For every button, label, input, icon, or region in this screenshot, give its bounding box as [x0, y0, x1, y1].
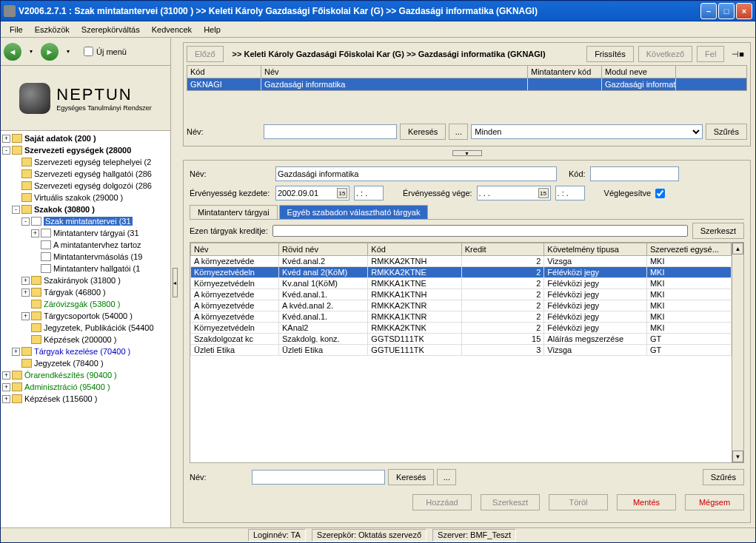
detail-name-input[interactable]: [275, 166, 557, 181]
search1-search-button[interactable]: Keresés: [400, 124, 446, 140]
table-row[interactable]: Szakdolgozat kcSzakdolg. konz.GGTSD111TK…: [191, 334, 732, 345]
tree-node[interactable]: Jegyzetek, Publikációk (54400: [2, 322, 169, 334]
tree-node[interactable]: +Adminisztráció (95400 ): [2, 381, 169, 393]
menu-tools[interactable]: Eszközök: [29, 24, 76, 36]
minimize-button[interactable]: –: [700, 3, 717, 19]
torol-button[interactable]: Töröl: [549, 494, 608, 510]
tree-node[interactable]: +Szakirányok (31800 ): [2, 274, 169, 286]
tree-node[interactable]: Virtuális szakok (29000 ): [2, 192, 169, 203]
column-header[interactable]: Kredit: [461, 243, 544, 256]
detail-grid[interactable]: NévRövid névKódKreditKövetelmény típusaS…: [190, 243, 732, 462]
tree-node[interactable]: +Tárgyak kezelése (70400 ): [2, 345, 169, 357]
column-header[interactable]: Név: [191, 243, 279, 256]
tree-node[interactable]: +Órarendkészítés (90400 ): [2, 369, 169, 381]
column-header[interactable]: Név: [261, 66, 528, 78]
tree-toggle-icon[interactable]: +: [31, 229, 39, 237]
nav-back-dropdown[interactable]: ▾: [27, 44, 35, 60]
tree-node[interactable]: Szervezeti egység telephelyei (2: [2, 156, 169, 168]
tree-node[interactable]: Mintatantervmásolás (19: [2, 251, 169, 263]
menu-file[interactable]: File: [4, 24, 29, 36]
table-row[interactable]: Üzleti EtikaÜzleti EtikaGGTUE111TK3Vizsg…: [191, 345, 732, 356]
detail-ervvege-date[interactable]: . . .15: [477, 186, 551, 200]
table-row[interactable]: A környezetvédeKvéd.anal.1.RMKKA1KTNR2Fé…: [191, 311, 732, 323]
tree-toggle-icon[interactable]: +: [2, 383, 10, 391]
refresh-button[interactable]: Frissítés: [586, 46, 634, 62]
tree-node[interactable]: Jegyzetek (78400 ): [2, 357, 169, 369]
detail-ervkezd-date[interactable]: 2002.09.0115: [275, 186, 349, 200]
tree-toggle-icon[interactable]: +: [2, 135, 10, 143]
megsem-button[interactable]: Mégsem: [685, 494, 744, 510]
column-header[interactable]: Rövid név: [279, 243, 368, 256]
search1-name-input[interactable]: [264, 124, 397, 139]
mentes-button[interactable]: Mentés: [617, 494, 676, 510]
tree-toggle-icon[interactable]: -: [2, 146, 10, 155]
maximize-button[interactable]: □: [718, 3, 735, 19]
tree-toggle-icon[interactable]: +: [2, 371, 10, 380]
table-row[interactable]: A környezetvédeKvéd.anal.1.RMKKA1KTNH2Fé…: [191, 289, 732, 300]
column-header[interactable]: Kód: [368, 243, 461, 256]
column-header[interactable]: Kód: [187, 66, 261, 78]
tree-toggle-icon[interactable]: -: [12, 206, 20, 214]
next-button[interactable]: Következő: [638, 46, 692, 62]
menu-favorites[interactable]: Kedvencek: [146, 24, 198, 36]
tab-egyeb[interactable]: Egyéb szabadon választható tárgyak: [279, 205, 429, 219]
table-row[interactable]: A környezetvédeA kvéd.anal 2.RMKKA2KTNR2…: [191, 300, 732, 311]
tree-node[interactable]: +Tárgycsoportok (54000 ): [2, 310, 169, 322]
prev-button[interactable]: Előző: [187, 46, 224, 62]
column-header[interactable]: Mintatanterv kód: [528, 66, 602, 78]
table-row[interactable]: KörnyezetvédelnKvéd anal 2(KöM)RMKKA2KTN…: [191, 267, 732, 278]
calendar-icon[interactable]: 15: [538, 188, 549, 198]
tree-node[interactable]: +Mintatanterv tárgyai (31: [2, 227, 169, 239]
search2-more-button[interactable]: ...: [437, 469, 456, 485]
grid-scrollbar[interactable]: ▲ ▼: [732, 243, 743, 462]
close-button[interactable]: ×: [736, 3, 752, 19]
nav-forward-dropdown[interactable]: ▾: [64, 44, 72, 60]
table-row[interactable]: KörnyezetvédelnKAnal2RMKKA2KTNK2Félévköz…: [191, 323, 732, 334]
tree-toggle-icon[interactable]: +: [21, 289, 30, 297]
navigation-tree[interactable]: +Saját adatok (200 )-Szervezeti egységek…: [1, 131, 170, 527]
up-button[interactable]: Fel: [697, 46, 724, 62]
tree-toggle-icon[interactable]: -: [21, 217, 30, 226]
top-grid[interactable]: KódNévMintatanterv kódModul neve GKNAGIG…: [187, 65, 747, 91]
kredit-szerkeszt-button[interactable]: Szerkeszt: [692, 223, 744, 239]
tree-node[interactable]: -Szervezeti egységek (28000: [2, 144, 169, 156]
szerkeszt-button[interactable]: Szerkeszt: [481, 494, 540, 510]
tree-node[interactable]: -Szak mintatantervei (31: [2, 215, 169, 227]
tree-node[interactable]: Képzések (200000 ): [2, 334, 169, 345]
table-row[interactable]: GKNAGIGazdasági informatikaGazdasági inf…: [187, 78, 746, 90]
detail-ervvege-time[interactable]: [555, 186, 585, 200]
tree-toggle-icon[interactable]: +: [21, 277, 30, 285]
calendar-icon[interactable]: 15: [337, 188, 347, 198]
tree-toggle-icon[interactable]: +: [21, 312, 30, 320]
tree-node[interactable]: Szervezeti egység hallgatói (286: [2, 168, 169, 180]
search1-szures-button[interactable]: Szűrés: [706, 124, 747, 140]
splitter-horizontal[interactable]: ▼: [183, 149, 751, 157]
splitter-vertical[interactable]: ◄: [171, 38, 178, 527]
menu-roles[interactable]: Szerepkörváltás: [76, 24, 146, 36]
tree-node[interactable]: -Szakok (30800 ): [2, 203, 169, 215]
pin-icon[interactable]: ⊣■: [729, 50, 747, 59]
tree-node[interactable]: Záróvizsgák (53800 ): [2, 298, 169, 310]
search2-name-input[interactable]: [252, 470, 385, 485]
tree-node[interactable]: +Képzések (115600 ): [2, 393, 169, 405]
tree-node[interactable]: A mintatantervhez tartoz: [2, 239, 169, 251]
table-row[interactable]: A környezetvédeKvéd.anal.2RMKKA2KTNH2Viz…: [191, 256, 732, 267]
tree-node[interactable]: Mintatanterv hallgatói (1: [2, 263, 169, 274]
column-header[interactable]: Követelmény típusa: [544, 243, 647, 256]
menu-help[interactable]: Help: [198, 24, 227, 36]
new-menu-checkbox[interactable]: Új menü: [84, 47, 127, 56]
nav-back-button[interactable]: ◄: [4, 43, 21, 61]
search2-szures-button[interactable]: Szűrés: [703, 469, 744, 485]
detail-kod-input[interactable]: [590, 166, 679, 181]
tree-toggle-icon[interactable]: +: [2, 395, 10, 403]
detail-vegleg-checkbox[interactable]: [655, 189, 665, 198]
hozzaad-button[interactable]: Hozzáad: [412, 494, 472, 510]
scroll-down-icon[interactable]: ▼: [732, 451, 743, 462]
tab-mintatanterv[interactable]: Mintatanterv tárgyai: [190, 205, 278, 219]
search1-more-button[interactable]: ...: [449, 124, 468, 140]
tree-toggle-icon[interactable]: +: [12, 348, 20, 356]
scroll-up-icon[interactable]: ▲: [732, 243, 743, 254]
table-row[interactable]: KörnyezetvédelnKv.anal 1(KöM)RMKKA1KTNE2…: [191, 278, 732, 289]
new-menu-checkbox-input[interactable]: [84, 47, 93, 56]
nav-forward-button[interactable]: ►: [41, 43, 58, 61]
